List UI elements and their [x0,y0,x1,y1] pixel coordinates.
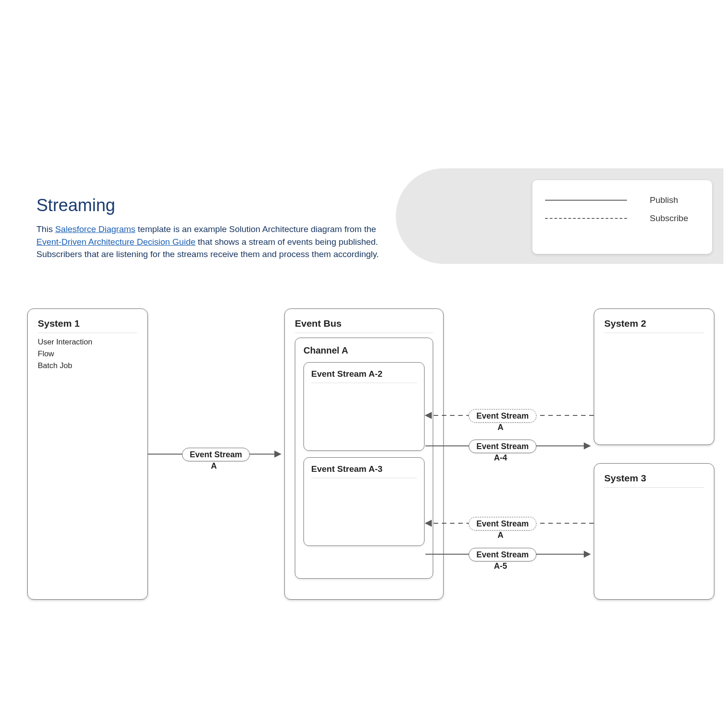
edge-label-subscribe-a-top: Event Stream [469,409,536,423]
node-divider [295,333,433,333]
node-divider [311,478,417,478]
edge-sub-event-stream-a: A [182,461,246,471]
node-divider [604,333,704,333]
legend-publish-label: Publish [650,195,678,205]
edge-label-subscribe-a-bot: Event Stream [469,517,536,531]
system1-item-2: Batch Job [38,361,137,370]
legend-subscribe-line [545,218,627,219]
node-divider [604,487,704,488]
edge-sub-event-stream-a5: A-5 [469,561,532,571]
edge-sub-subscribe-a-bot: A [469,531,532,540]
node-event-bus-title: Event Bus [295,318,433,329]
node-system-3: System 3 [594,463,714,600]
node-system-1-title: System 1 [38,318,137,329]
system1-item-0: User Interaction [38,338,137,347]
node-system-2: System 2 [594,308,714,445]
node-event-stream-a3: Event Stream A-3 [303,457,425,546]
page-title: Streaming [36,196,115,215]
edge-label-event-stream-a4: Event Stream [469,440,536,453]
link-event-driven-guide[interactable]: Event-Driven Architecture Decision Guide [36,237,196,247]
node-event-stream-a2-title: Event Stream A-2 [311,369,417,379]
node-divider [38,333,137,333]
edge-sub-subscribe-a-top: A [469,423,532,432]
diagram-canvas: Streaming This Salesforce Diagrams templ… [0,0,728,728]
node-channel-a: Channel A Event Stream A-2 Event Stream … [295,338,433,579]
node-divider [311,383,417,383]
node-system-2-title: System 2 [604,318,704,329]
desc-text-2: template is an example Solution Architec… [138,224,376,234]
legend-subscribe-row: Subscribe [545,209,699,228]
legend-box: Publish Subscribe [532,180,712,254]
desc-text-1: This [36,224,55,234]
node-system-1: System 1 User Interaction Flow Batch Job [27,308,148,600]
link-salesforce-diagrams[interactable]: Salesforce Diagrams [55,224,135,234]
node-system-3-title: System 3 [604,473,704,484]
node-channel-a-title: Channel A [303,345,425,356]
edge-label-event-stream-a: Event Stream [182,448,250,461]
legend-publish-row: Publish [545,191,699,209]
node-event-bus: Event Bus Channel A Event Stream A-2 Eve… [284,308,444,600]
edge-sub-event-stream-a4: A-4 [469,453,532,463]
page-description: This Salesforce Diagrams template is an … [36,223,391,261]
edge-label-event-stream-a5: Event Stream [469,548,536,561]
node-event-stream-a3-title: Event Stream A-3 [311,464,417,474]
legend-publish-line [545,200,627,201]
system1-item-1: Flow [38,349,137,359]
node-event-stream-a2: Event Stream A-2 [303,362,425,451]
legend-subscribe-label: Subscribe [650,213,688,223]
